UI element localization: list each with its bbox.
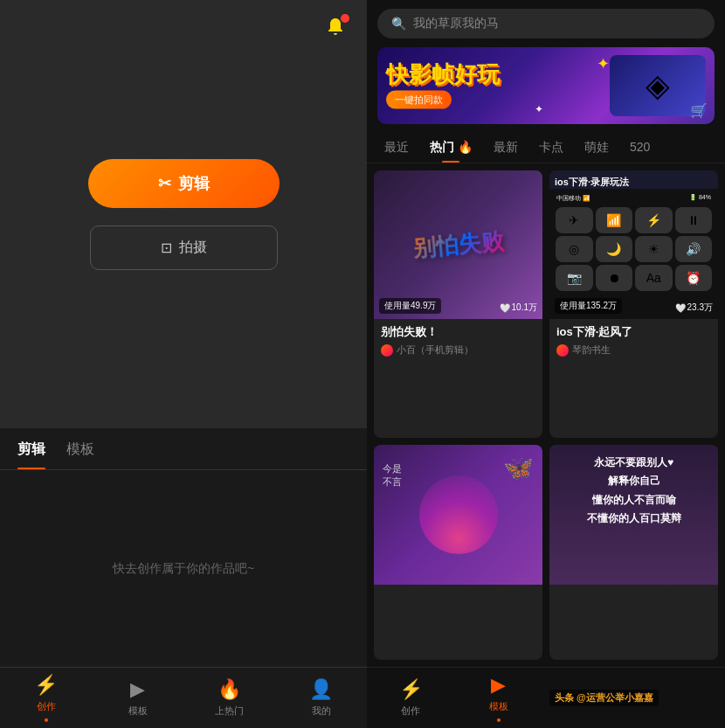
card-1-thumb-text: 别怕失败: [411, 225, 505, 264]
ios-moon: 🌙: [596, 236, 633, 262]
card-1-author: 小百（手机剪辑）: [381, 343, 535, 357]
search-bar[interactable]: 🔍 我的草原我的马: [377, 9, 715, 38]
card-4[interactable]: 永远不要跟别人♥ 解释你自己 懂你的人不言而喻 不懂你的人百口莫辩: [549, 445, 718, 661]
watermark-area: 头条 @运营公举小嘉嘉: [542, 690, 725, 706]
ios-wifi: 📶: [596, 207, 633, 233]
ios-clock: ⏰: [675, 265, 713, 291]
ios-control-panel: ✈ 📶 ⚡ ⏸ ◎ 🌙 ☀ 🔊 📷 ⏺ Aa ⏰: [553, 205, 715, 294]
diamond-icon: ◈: [646, 67, 670, 104]
card-2-likes: 🤍 23.3万: [675, 302, 713, 314]
card-4-line4: 不懂你的人百口莫辩: [558, 510, 709, 529]
tab-baby[interactable]: 萌娃: [574, 133, 619, 163]
card-4-text: 永远不要跟别人♥ 解释你自己 懂你的人不言而喻 不懂你的人百口莫辩: [558, 454, 709, 529]
nav-mine-label: 我的: [312, 704, 331, 718]
card-2-info: ios下滑·起风了 琴韵书生: [549, 319, 718, 362]
card-4-thumb: 永远不要跟别人♥ 解释你自己 懂你的人不言而喻 不懂你的人百口莫辩: [549, 445, 718, 585]
ios-status-bar: 中国移动 📶 🔋 84%: [553, 192, 715, 205]
bottom-nav-left: ⚡ 创作 ▶ 模板 🔥 上热门 👤 我的: [0, 667, 367, 728]
nav-hot-label: 上热门: [215, 704, 244, 718]
nav-right-create[interactable]: ⚡ 创作: [367, 678, 455, 718]
empty-hint: 快去创作属于你的作品吧~: [113, 561, 254, 577]
butterfly-deco: 🦋: [503, 454, 534, 482]
heart-icon: 🤍: [500, 303, 510, 313]
lightning-icon: ⚡: [34, 674, 58, 697]
content-grid: 别怕失败 使用量49.9万 🤍 10.1万 别怕失败！ 小百（手机剪辑） ios…: [367, 163, 725, 667]
tab-recent[interactable]: 最近: [374, 133, 419, 163]
nav-hot[interactable]: 🔥 上热门: [183, 678, 275, 718]
banner-subtitle: 一键拍同款: [386, 91, 452, 109]
star-deco: ✦: [597, 54, 610, 73]
nav-right-create-label: 创作: [401, 704, 420, 718]
nav-template[interactable]: ▶ 模板: [92, 678, 183, 718]
ios-music: ⏸: [675, 207, 713, 233]
card-2-top-text: ios下滑·录屏玩法: [549, 170, 718, 189]
edit-button[interactable]: ✂ 剪辑: [88, 159, 280, 208]
star-deco-2: ✦: [535, 103, 543, 115]
tab-520[interactable]: 520: [619, 133, 660, 163]
card-1[interactable]: 别怕失败 使用量49.9万 🤍 10.1万 别怕失败！ 小百（手机剪辑）: [374, 170, 542, 438]
nav-create[interactable]: ⚡ 创作: [0, 674, 92, 722]
ios-volume: 🔊: [675, 236, 713, 262]
nav-mine[interactable]: 👤 我的: [275, 678, 367, 718]
fire-icon: 🔥: [218, 678, 241, 701]
card-4-line2: 解释你自己: [558, 472, 709, 491]
nav-right-active-dot: [497, 718, 501, 722]
card-3-thumb: 🦋 今是不言: [374, 445, 542, 585]
card-2-usage: 使用量135.2万: [555, 298, 622, 314]
ios-aa: Aa: [635, 265, 673, 291]
card-1-usage: 使用量49.9万: [379, 298, 441, 314]
watermark-text: 头条 @运营公举小嘉嘉: [549, 690, 659, 706]
right-panel: 🔍 我的草原我的马 快影帧好玩 一键拍同款 ✦ ✦ ◈ 🛒 最近 热门 🔥 最新…: [367, 0, 725, 728]
nav-create-label: 创作: [37, 700, 56, 713]
video-preview-area: ✂ 剪辑 ⊡ 拍摄: [0, 0, 367, 428]
banner[interactable]: 快影帧好玩 一键拍同款 ✦ ✦ ◈ 🛒: [377, 47, 715, 124]
card-1-likes: 🤍 10.1万: [500, 302, 537, 314]
ios-rec: ⏺: [596, 265, 633, 291]
lightning-icon-right: ⚡: [399, 678, 423, 701]
banner-title: 快影帧好玩: [386, 63, 500, 86]
bottom-nav-right: ⚡ 创作 ▶ 模板 头条 @运营公举小嘉嘉: [367, 667, 725, 728]
tab-hot[interactable]: 热门 🔥: [419, 133, 483, 163]
card-1-info: 别怕失败！ 小百（手机剪辑）: [374, 319, 542, 362]
camera-icon: ⊡: [161, 239, 172, 256]
left-panel: ✂ 剪辑 ⊡ 拍摄 剪辑 模板 快去创作属于你的作品吧~ ⚡ 创作 ▶ 模板 🔥…: [0, 0, 367, 728]
right-tabs: 最近 热门 🔥 最新 卡点 萌娃 520: [367, 133, 725, 163]
tab-new[interactable]: 最新: [483, 133, 528, 163]
ios-bluetooth: ⚡: [635, 207, 673, 233]
heart-icon-2: 🤍: [675, 303, 686, 313]
nav-right-template[interactable]: ▶ 模板: [455, 674, 543, 722]
ios-cam: 📷: [556, 265, 593, 291]
left-tabs: 剪辑 模板: [0, 428, 367, 470]
nav-right-template-label: 模板: [489, 700, 508, 713]
scissors-icon: ✂: [158, 174, 171, 193]
play-icon-right: ▶: [491, 674, 506, 697]
card-2-thumb: ios下滑·录屏玩法 中国移动 📶 🔋 84% ✈ 📶 ⚡ ⏸ ◎ 🌙 ☀: [549, 170, 718, 319]
card-2[interactable]: ios下滑·录屏玩法 中国移动 📶 🔋 84% ✈ 📶 ⚡ ⏸ ◎ 🌙 ☀: [549, 170, 718, 438]
author-avatar-1: [381, 344, 393, 357]
card-1-title: 别怕失败！: [381, 324, 535, 340]
card-4-line3: 懂你的人不言而喻: [558, 491, 709, 510]
ios-airplane: ✈: [556, 207, 593, 233]
card-1-thumb: 别怕失败 使用量49.9万 🤍 10.1万: [374, 170, 542, 319]
fire-emoji: 🔥: [458, 140, 473, 154]
notification-button[interactable]: [318, 10, 353, 45]
tab-edit[interactable]: 剪辑: [17, 440, 45, 469]
template-icon: ▶: [130, 678, 145, 701]
card-2-title: ios下滑·起风了: [556, 324, 711, 340]
left-content-area: 快去创作属于你的作品吧~: [0, 470, 367, 667]
nav-active-indicator: [45, 718, 48, 722]
search-icon: 🔍: [391, 17, 406, 31]
banner-text-area: 快影帧好玩 一键拍同款: [386, 63, 500, 109]
ios-nfc: ◎: [556, 236, 593, 262]
author-avatar-2: [556, 344, 569, 357]
user-icon: 👤: [309, 678, 333, 701]
tab-template[interactable]: 模板: [66, 440, 94, 469]
card-3-text-overlay: 今是不言: [383, 462, 402, 489]
card-4-line1: 永远不要跟别人♥: [558, 454, 709, 473]
flower-decoration: [419, 475, 498, 554]
shoot-button[interactable]: ⊡ 拍摄: [90, 225, 278, 270]
tab-beat[interactable]: 卡点: [528, 133, 574, 163]
cart-icon: 🛒: [690, 102, 708, 119]
card-3[interactable]: 🦋 今是不言: [374, 445, 542, 661]
search-placeholder-text: 我的草原我的马: [413, 16, 499, 31]
